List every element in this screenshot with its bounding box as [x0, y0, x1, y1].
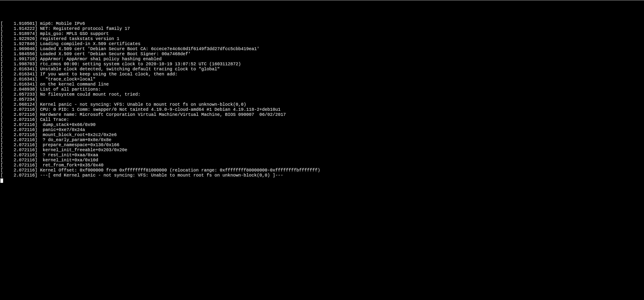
kernel-log-line: [ 1.910501] mip6: Mobile IPv6: [0, 21, 644, 26]
kernel-log-line: [ 2.016341] If you want to keep using th…: [0, 72, 644, 77]
kernel-log-line: [ 1.922926] registered taskstats version…: [0, 36, 644, 41]
kernel-log-line: [ 2.072116] CPU: 0 PID: 1 Comm: swapper/…: [0, 107, 644, 112]
kernel-log-line: [ 2.068124] Kernel panic - not syncing: …: [0, 102, 644, 107]
kernel-log-line: [ 1.918974] mpls_gso: MPLS GSO support: [0, 31, 644, 36]
kernel-log-line: [ 2.072116] panic+0xe7/0x24a: [0, 127, 644, 132]
kernel-log-line: [ 2.048938] List of all partitions:: [0, 87, 644, 92]
kernel-log-line: [ 1.927846] Loading compiled-in X.509 ce…: [0, 41, 644, 46]
kernel-log-line: [ 2.072116] prepare_namespace+0x130/0x16…: [0, 143, 644, 148]
kernel-log-line: [ 1.984556] Loaded X.509 cert 'Debian Se…: [0, 51, 644, 56]
kernel-log-line: [ 2.072116] Hardware name: Microsoft Cor…: [0, 112, 644, 117]
kernel-log-line: [ 2.072116] kernel_init_freeable+0x203/0…: [0, 148, 644, 152]
kernel-log-line: [ 2.016341] Unstable clock detected, swi…: [0, 67, 644, 72]
kernel-log-line: [ 2.072116] ---[ end Kernel panic - not …: [0, 173, 644, 178]
kernel-log-line: [ 2.072116] kernel_init+0xa/0x10d: [0, 157, 644, 163]
kernel-log-line: [ 2.072116] ? do_early_param+0x8e/0x8e: [0, 137, 644, 143]
kernel-log-line: [ 2.057233] No filesystem could mount ro…: [0, 92, 644, 97]
terminal-output: [ 1.910501] mip6: Mobile IPv6[ 1.914222]…: [0, 21, 644, 183]
kernel-log-line: [ 1.991710] AppArmor: AppArmor sha1 poli…: [0, 56, 644, 62]
cursor: [0, 178, 3, 183]
kernel-log-line: [ 2.057234]: [0, 97, 644, 102]
kernel-log-line: [ 1.914222] NET: Registered protocol fam…: [0, 26, 644, 31]
kernel-log-line: [ 2.016341] "trace_clock=local": [0, 77, 644, 82]
kernel-log-line: [ 2.072116] ret_from_fork+0x35/0x40: [0, 163, 644, 168]
kernel-log-line: [ 2.072116] Call Trace:: [0, 117, 644, 122]
kernel-log-line: [ 2.072116] dump_stack+0x66/0x90: [0, 122, 644, 127]
kernel-log-line: [ 2.072116] ? rest_init+0xaa/0xaa: [0, 152, 644, 157]
kernel-log-line: [ 2.072116] Kernel Offset: 0xf000000 fro…: [0, 168, 644, 173]
kernel-log-line: [ 2.072116] mount_block_root+0x2c2/0x2e6: [0, 132, 644, 137]
kernel-log-line: [ 1.969046] Loaded X.509 cert 'Debian Se…: [0, 46, 644, 51]
kernel-log-line: [ 2.016341] on the kernel command line: [0, 82, 644, 87]
kernel-log-line: [ 1.998703] rtc_cmos 00:00: setting syst…: [0, 62, 644, 67]
